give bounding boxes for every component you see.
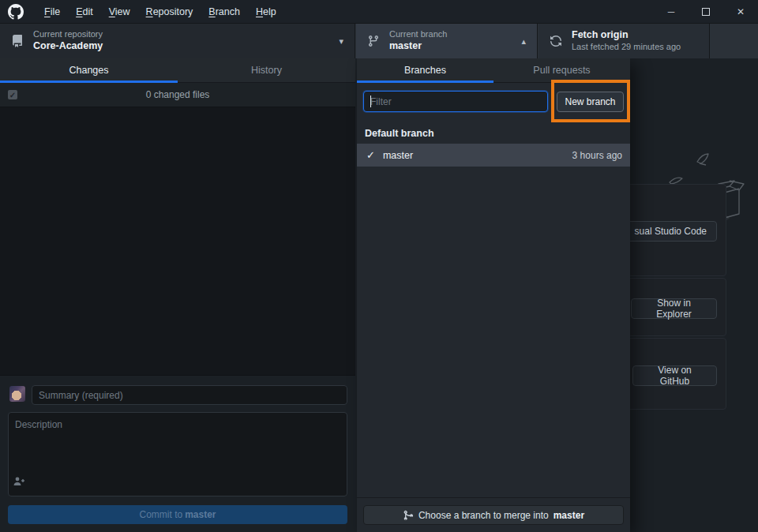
minimize-icon[interactable]: ─ [654, 0, 689, 24]
git-merge-icon [403, 510, 414, 521]
fetch-origin-subtitle: Last fetched 29 minutes ago [572, 42, 681, 53]
person-add-icon[interactable] [13, 477, 24, 486]
current-repository-button[interactable]: Current repository Core-Academy ▾ [0, 24, 355, 58]
chevron-up-icon: ▴ [521, 36, 526, 47]
branch-filter-wrap [363, 91, 548, 112]
changed-files-count: 0 changed files [0, 89, 355, 100]
window-controls: ─ ✕ [654, 0, 758, 24]
branch-filter-input[interactable] [363, 91, 548, 112]
commit-form: Commit to master [0, 375, 355, 532]
branch-last-commit-time: 3 hours ago [572, 150, 622, 161]
commit-to-master-button[interactable]: Commit to master [8, 505, 347, 524]
changes-panel: Changes History 0 changed files ✓ Commit… [0, 58, 355, 532]
choose-branch-to-merge-button[interactable]: Choose a branch to merge into master [363, 505, 624, 525]
branch-name: master [383, 150, 413, 161]
tab-history[interactable]: History [178, 58, 355, 82]
tab-changes[interactable]: Changes [0, 58, 178, 82]
commit-summary-input[interactable] [32, 385, 347, 405]
new-branch-button[interactable]: New branch [557, 92, 624, 112]
chevron-down-icon: ▾ [339, 36, 343, 47]
merge-bar: Choose a branch to merge into master [357, 497, 630, 532]
menu-repository[interactable]: Repository [138, 0, 201, 24]
git-branch-icon [367, 35, 380, 47]
text-caret [370, 96, 371, 107]
maximize-icon[interactable] [689, 0, 723, 24]
toolbar: Current repository Core-Academy ▾ Curren… [0, 24, 758, 58]
fetch-origin-title: Fetch origin [572, 29, 681, 42]
github-logo-icon [8, 4, 24, 20]
changed-files-row: 0 changed files ✓ [0, 83, 355, 107]
menu-edit[interactable]: Edit [68, 0, 101, 24]
show-in-explorer-button[interactable]: Show in Explorer [631, 298, 717, 319]
menu-bar: File Edit View Repository Branch Help [36, 0, 284, 24]
tab-branches[interactable]: Branches [357, 58, 493, 82]
menu-help[interactable]: Help [248, 0, 284, 24]
check-icon: ✓ [366, 149, 375, 161]
menu-branch[interactable]: Branch [201, 0, 248, 24]
sync-icon [550, 35, 562, 47]
avatar [9, 386, 25, 402]
current-repository-value: Core-Academy [33, 40, 103, 53]
view-on-github-button[interactable]: View on GitHub [632, 365, 717, 386]
branches-pr-tabbar: Branches Pull requests [357, 58, 630, 83]
menu-view[interactable]: View [101, 0, 138, 24]
tab-pull-requests[interactable]: Pull requests [493, 58, 630, 82]
branch-list-item-master[interactable]: ✓ master 3 hours ago [357, 144, 630, 167]
fetch-origin-button[interactable]: Fetch origin Last fetched 29 minutes ago [538, 24, 710, 58]
close-icon[interactable]: ✕ [723, 0, 758, 24]
menu-file[interactable]: File [36, 0, 68, 24]
current-branch-label: Current branch [389, 29, 447, 40]
current-repository-label: Current repository [33, 29, 103, 40]
commit-description-input[interactable] [8, 412, 347, 496]
current-branch-button[interactable]: Current branch master ▴ [356, 24, 538, 58]
title-bar: File Edit View Repository Branch Help ─ … [0, 0, 758, 24]
current-branch-value: master [389, 40, 447, 53]
repo-icon [11, 35, 24, 47]
branches-foldout: Branches Pull requests New branch Defaul… [357, 58, 630, 532]
default-branch-header: Default branch [365, 128, 434, 139]
changes-history-tabbar: Changes History [0, 58, 355, 83]
